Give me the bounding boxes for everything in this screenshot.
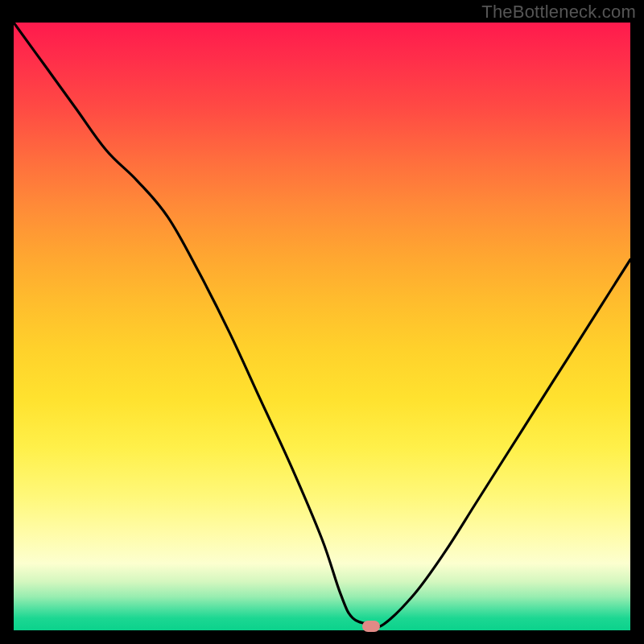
min-marker bbox=[362, 621, 380, 632]
plot-area bbox=[14, 23, 630, 630]
curve-svg bbox=[14, 23, 630, 630]
watermark-text: TheBottleneck.com bbox=[481, 2, 636, 23]
chart-frame: TheBottleneck.com bbox=[0, 0, 644, 644]
curve-path bbox=[14, 23, 630, 627]
